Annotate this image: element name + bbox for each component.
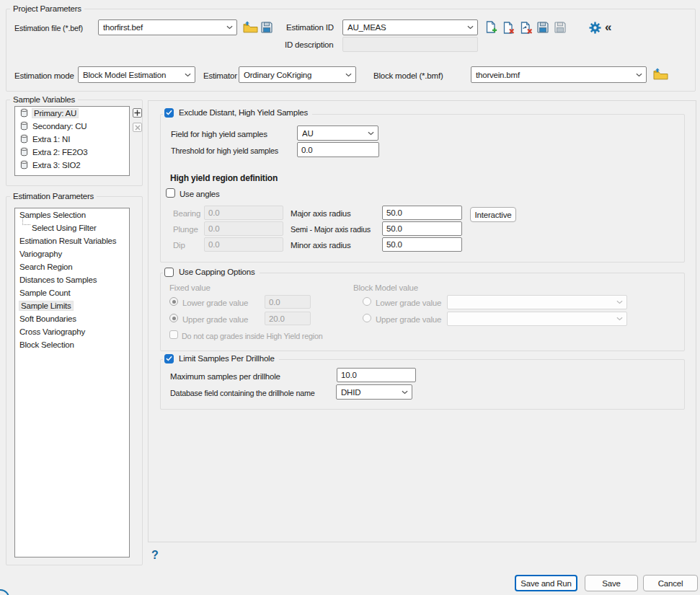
block-model-combo[interactable]: thorvein.bmf [471, 66, 647, 83]
limit-samples-label: Limit Samples Per Drillhole [179, 354, 275, 363]
block-lower-label: Lower grade value [376, 298, 441, 308]
estimation-file-label: Estimation file (*.bef) [14, 23, 83, 33]
use-capping-checkbox[interactable] [164, 268, 174, 277]
estimation-mode-label: Estimation mode [14, 71, 74, 81]
nav-item-soft-boundaries[interactable]: Soft Boundaries [19, 314, 76, 323]
save-estimation-id-icon[interactable] [536, 21, 549, 34]
nav-item-label: Sample Count [19, 288, 70, 297]
no-cap-inside-region-checkbox[interactable] [169, 330, 178, 339]
dip-field[interactable] [204, 237, 283, 252]
fixed-upper-radio[interactable] [169, 314, 178, 322]
list-item-label: Extra 2: FE2O3 [32, 148, 87, 157]
dip-label: Dip [173, 240, 185, 250]
fixed-lower-radio[interactable] [169, 297, 178, 306]
check-icon [166, 110, 172, 115]
nav-item-search-region[interactable]: Search Region [19, 263, 72, 271]
settings-gear-icon[interactable] [589, 22, 601, 34]
block-upper-combo[interactable] [447, 312, 627, 326]
drillhole-name-combo[interactable]: DHID [336, 384, 412, 400]
delete-estimation-id-icon[interactable] [502, 22, 515, 35]
id-description-field[interactable] [342, 37, 478, 52]
database-cylinder-icon [20, 147, 28, 157]
limit-samples-checkbox[interactable] [164, 354, 174, 363]
block-upper-radio[interactable] [363, 314, 371, 322]
nav-item-distances-to-samples[interactable]: Distances to Samples [19, 276, 97, 284]
use-capping-titlebar: Use Capping Options [163, 266, 260, 278]
discard-estimation-id-icon[interactable] [519, 22, 533, 35]
use-angles-label: Use angles [180, 189, 220, 199]
nav-item-variography[interactable]: Variography [19, 250, 62, 258]
add-variable-button[interactable] [133, 108, 142, 118]
chevron-down-icon [636, 73, 642, 77]
cross-icon [135, 125, 141, 131]
save-and-run-button[interactable]: Save and Run [515, 575, 577, 591]
max-samples-field[interactable] [337, 368, 416, 382]
estimation-mode-combo[interactable]: Block Model Estimation [78, 66, 195, 83]
help-icon[interactable]: ? [151, 549, 159, 562]
nav-item-select-using-filter[interactable]: Select Using Filter [32, 224, 97, 232]
nav-item-estimation-result-variables[interactable]: Estimation Result Variables [19, 237, 116, 245]
list-item-extra1-variable[interactable]: Extra 1: NI [20, 134, 70, 144]
major-axis-radius-field[interactable] [382, 206, 462, 220]
cancel-button[interactable]: Cancel [643, 575, 698, 591]
estimation-file-combo[interactable]: thorfirst.bef [98, 19, 237, 35]
use-capping-label: Use Capping Options [179, 268, 255, 276]
exclude-high-yield-checkbox[interactable] [164, 108, 174, 118]
save-estimation-id-as-icon[interactable] [554, 21, 567, 34]
chevron-down-icon [616, 317, 623, 321]
use-angles-checkbox[interactable] [166, 188, 175, 198]
save-button[interactable]: Save [585, 575, 638, 591]
semi-major-axis-radius-field[interactable] [382, 221, 462, 236]
collapse-panel-icon[interactable]: « [605, 21, 611, 33]
list-item-secondary-variable[interactable]: Secondary: CU [20, 121, 87, 131]
remove-variable-button[interactable] [133, 123, 142, 132]
block-lower-radio[interactable] [363, 297, 371, 306]
save-estimation-file-icon[interactable] [260, 21, 273, 34]
new-estimation-id-icon[interactable] [484, 21, 498, 34]
no-cap-inside-region-label: Do not cap grades inside High Yield regi… [182, 331, 323, 341]
estimation-id-combo[interactable]: AU_MEAS [342, 19, 478, 35]
bearing-label: Bearing [173, 208, 200, 219]
estimator-value: Ordinary CoKriging [244, 71, 345, 79]
estimation-file-value: thorfirst.bef [103, 23, 226, 32]
list-item-label: Secondary: CU [32, 122, 87, 131]
database-cylinder-icon [20, 134, 28, 144]
fixed-lower-field[interactable] [265, 295, 311, 309]
minor-axis-radius-field[interactable] [382, 237, 462, 252]
bearing-field[interactable] [204, 206, 283, 220]
plus-icon [134, 110, 141, 116]
nav-item-label: Cross Variography [19, 327, 85, 336]
threshold-high-yield-field[interactable] [297, 142, 379, 157]
block-model-value: thorvein.bmf [476, 71, 636, 79]
nav-item-sample-limits[interactable]: Sample Limits [19, 301, 73, 310]
limit-samples-group [160, 359, 685, 410]
plunge-field[interactable] [204, 221, 283, 236]
estimation-setup-dialog: Project Parameters Estimation file (*.be… [0, 0, 700, 595]
interactive-button[interactable]: Interactive [470, 207, 516, 222]
estimation-parameters-list[interactable] [14, 208, 130, 557]
drillhole-name-value: DHID [341, 388, 402, 397]
list-item-extra2-variable[interactable]: Extra 2: FE2O3 [20, 147, 87, 157]
nav-item-label: Search Region [19, 263, 72, 271]
fixed-upper-field[interactable] [265, 312, 311, 325]
nav-item-label: Variography [19, 250, 62, 258]
open-estimation-file-icon[interactable] [243, 21, 258, 33]
nav-item-cross-variography[interactable]: Cross Variography [19, 327, 85, 336]
list-item-label: Primary: AU [32, 109, 78, 118]
check-icon [166, 356, 172, 361]
estimation-id-value: AU_MEAS [347, 23, 467, 32]
open-block-model-icon[interactable] [653, 68, 668, 80]
estimator-combo[interactable]: Ordinary CoKriging [239, 66, 356, 83]
list-item-extra3-variable[interactable]: Extra 3: SIO2 [20, 160, 80, 169]
list-item-primary-variable[interactable]: Primary: AU [20, 108, 78, 118]
field-high-yield-value: AU [302, 129, 368, 138]
nav-item-block-selection[interactable]: Block Selection [19, 340, 74, 349]
nav-item-label: Distances to Samples [19, 276, 97, 284]
database-cylinder-icon [20, 108, 28, 118]
nav-item-sample-count[interactable]: Sample Count [19, 288, 70, 297]
limit-samples-titlebar: Limit Samples Per Drillhole [163, 353, 279, 364]
block-lower-combo[interactable] [447, 295, 627, 309]
nav-item-label: Select Using Filter [32, 224, 97, 232]
block-upper-label: Upper grade value [376, 314, 441, 325]
field-high-yield-combo[interactable]: AU [297, 125, 378, 141]
